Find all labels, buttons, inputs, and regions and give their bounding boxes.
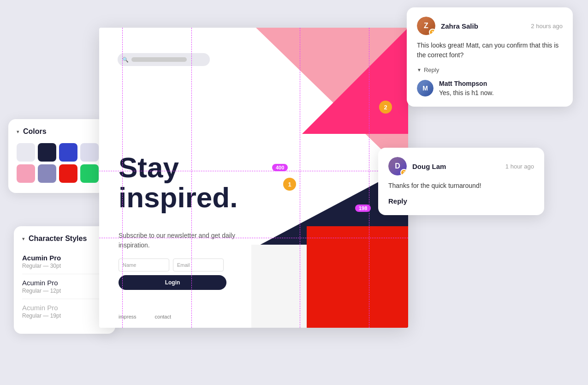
avatar-face-matt: M [417, 80, 434, 96]
comment-card-1: Z 1 Zahra Salib 2 hours ago This looks g… [407, 7, 573, 107]
char-name: Acumin Pro [22, 304, 107, 312]
char-styles-header: ▾ Character Styles [22, 235, 107, 243]
design-subtext: Subscribe to our newsletter and get dail… [119, 231, 252, 250]
char-name: Acumin Pro [22, 279, 107, 287]
char-name: Acumin Pro [22, 254, 107, 262]
headline-line1: Stay [119, 151, 179, 183]
chevron-icon[interactable]: ▾ [22, 236, 25, 242]
comment-header-1: Z 1 Zahra Salib 2 hours ago [417, 17, 563, 35]
design-form: Name Email Login [119, 259, 226, 290]
swatch-light-pink[interactable] [17, 164, 35, 183]
char-style-item: Acumin Pro Regular — 19pt [22, 299, 107, 324]
avatar-badge-1: 1 [429, 29, 435, 35]
shape-gray [251, 245, 307, 328]
shape-red [307, 226, 408, 328]
swatch-lavender[interactable] [38, 164, 56, 183]
name-input[interactable]: Name [119, 259, 169, 271]
design-search-bar: 🔍 [118, 53, 210, 66]
char-style-item: Acumin Pro Regular — 12pt [22, 274, 107, 299]
design-frame: 🔍 Stay inspired. Subscribe to our newsle… [99, 28, 408, 328]
footer-link-contact[interactable]: contact [155, 314, 171, 319]
colors-panel: ▾ Colors [8, 119, 105, 193]
comment-author-2: Doug Lam [412, 162, 446, 170]
reply-toggle-1[interactable]: ▼ Reply [417, 66, 563, 73]
search-icon: 🔍 [122, 57, 129, 63]
design-search-bar-area: 🔍 [99, 53, 408, 66]
design-headline: Stay inspired. [119, 152, 238, 212]
annotation-badge-1: 1 [283, 178, 296, 191]
annotation-badge-2: 2 [379, 101, 392, 114]
swatch-blue[interactable] [59, 143, 77, 162]
login-button[interactable]: Login [119, 275, 226, 290]
swatch-green[interactable] [80, 164, 99, 183]
comment-text-1: This looks great! Matt, can you confirm … [417, 41, 563, 60]
colors-panel-title: Colors [23, 127, 47, 136]
reply-button-2[interactable]: Reply [388, 197, 534, 205]
headline-line2: inspired. [119, 181, 238, 213]
colors-panel-header: ▾ Colors [17, 127, 97, 136]
comment-author-1: Zahra Salib [441, 22, 478, 30]
char-style-detail: Regular — 12pt [22, 288, 107, 294]
comment-time-2: 1 hour ago [505, 163, 534, 170]
badge-198: 198 [355, 205, 371, 212]
avatar-badge-2: 2 [400, 169, 407, 175]
reply-author: Matt Thompson [439, 80, 494, 87]
reply-toggle-label: Reply [424, 66, 439, 73]
chevron-icon[interactable]: ▾ [17, 129, 19, 135]
reply-section-1: M Matt Thompson Yes, this is h1 now. [417, 80, 563, 96]
char-style-item: Acumin Pro Regular — 30pt [22, 249, 107, 274]
comment-card-2: D 2 Doug Lam 1 hour ago Thanks for the q… [378, 148, 544, 215]
char-style-detail: Regular — 30pt [22, 263, 107, 269]
email-input[interactable]: Email [173, 259, 224, 271]
swatch-light-gray[interactable] [17, 143, 35, 162]
color-grid [17, 143, 97, 183]
reply-text: Yes, this is h1 now. [439, 89, 494, 96]
reply-content-1: Matt Thompson Yes, this is h1 now. [439, 80, 494, 96]
comment-text-2: Thanks for the quick turnaround! [388, 181, 534, 191]
avatar-doug: D 2 [388, 157, 407, 175]
comment-header-2: D 2 Doug Lam 1 hour ago [388, 157, 534, 175]
swatch-red[interactable] [59, 164, 77, 183]
avatar-matt: M [417, 80, 434, 96]
avatar-zahra: Z 1 [417, 17, 435, 35]
reply-arrow-icon: ▼ [417, 67, 422, 72]
swatch-pale-gray[interactable] [80, 143, 99, 162]
comment-time-1: 2 hours ago [531, 23, 563, 30]
char-styles-title: Character Styles [29, 235, 87, 243]
badge-400: 400 [272, 164, 288, 171]
search-bar-visual [131, 57, 187, 62]
char-style-detail: Regular — 19pt [22, 313, 107, 319]
footer-link-impress[interactable]: impress [119, 314, 137, 319]
design-footer: impress contact [119, 314, 171, 319]
form-inputs: Name Email [119, 259, 226, 271]
swatch-navy[interactable] [38, 143, 56, 162]
